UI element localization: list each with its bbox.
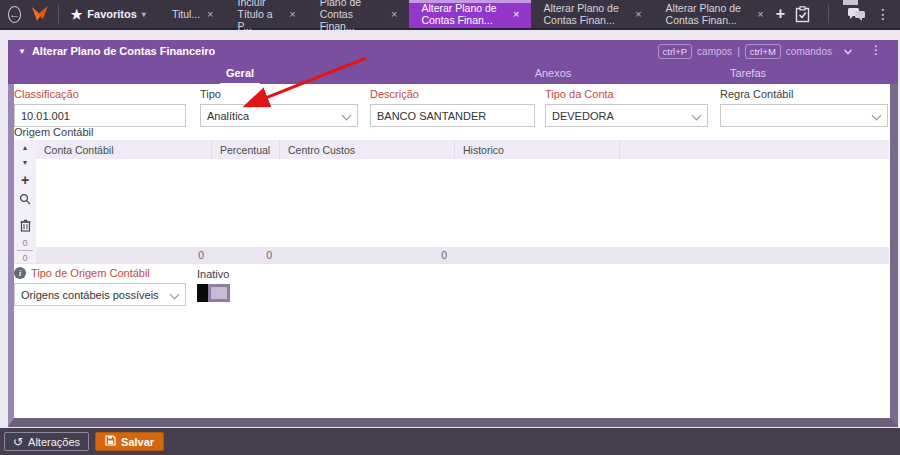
collapse-icon[interactable]: ▼ <box>18 47 26 56</box>
panel-header: ▼ Alterar Plano de Contas Financeiro ctr… <box>8 40 898 62</box>
inativo-toggle[interactable] <box>197 284 230 302</box>
tab-label: Incluir Título a P... <box>238 0 283 32</box>
tipo-origem-contabil-select[interactable]: Origens contábeis possíveis <box>14 283 186 306</box>
tab-incluir-titulo[interactable]: Incluir Título a P... × <box>226 0 308 28</box>
toggle-off-segment <box>197 284 208 302</box>
field-classificacao: Classificação 10.01.001 <box>14 88 186 127</box>
grid-totals-row: 0 0 0 <box>36 247 889 263</box>
row-counter: 0 0 <box>14 238 36 263</box>
close-icon[interactable]: × <box>289 9 295 20</box>
field-regra-contabil: Regra Contábil <box>720 88 888 127</box>
tab-tarefas[interactable]: Tarefas <box>724 65 772 83</box>
tipo-label: Tipo <box>200 88 358 100</box>
grid-main: Conta Contábil Percentual Centro Custos … <box>36 140 889 263</box>
tab-titulo[interactable]: Titul... × <box>160 0 226 28</box>
panel-title: Alterar Plano de Contas Financeiro <box>32 45 215 57</box>
column-header-percentual[interactable]: Percentual <box>212 140 280 159</box>
tab-anexos[interactable]: Anexos <box>529 65 578 83</box>
chevron-down-icon <box>342 111 351 120</box>
tab-label: Alterar Plano de Contas Finan... <box>666 2 751 26</box>
panel-body: Classificação 10.01.001 Tipo Analítica D… <box>8 84 898 427</box>
column-header-empty <box>620 140 889 159</box>
topbar-tabs: Titul... × Incluir Título a P... × Plano… <box>160 0 776 28</box>
sort-up-icon[interactable]: ▲ <box>17 143 33 152</box>
tab-alterar-plano-3[interactable]: Alterar Plano de Contas Finan... × <box>654 0 776 28</box>
ctrl-m-badge: ctrl+M <box>745 44 781 59</box>
tab-plano-contas[interactable]: Plano de Contas Finan... × <box>308 0 410 28</box>
main-panel: ▼ Alterar Plano de Contas Financeiro ctr… <box>8 40 898 427</box>
back-button[interactable]: ← <box>8 6 21 23</box>
column-header-conta-contabil[interactable]: Conta Contábil <box>36 140 212 159</box>
app-screen: ← ★ Favoritos ▾ Titul... × Incluir Títul… <box>0 0 900 455</box>
window-fragment <box>843 0 858 5</box>
regra-contabil-select[interactable] <box>720 104 888 127</box>
panel-kebab-icon[interactable]: ⋮ <box>870 43 882 57</box>
counter-top: 0 <box>14 238 36 248</box>
chat-icon[interactable] <box>847 7 866 22</box>
kebab-menu-icon[interactable]: ⋮ <box>876 6 890 22</box>
field-descricao: Descrição BANCO SANTANDER <box>370 88 535 127</box>
panel-chevron-down-icon[interactable] <box>842 44 854 62</box>
tipo-origem-contabil-value: Origens contábeis possíveis <box>21 289 159 301</box>
toggle-track <box>208 284 230 302</box>
search-icon[interactable] <box>17 193 33 205</box>
footer-bar: ↺ Alterações Salvar <box>0 428 900 455</box>
back-arrow-icon: ← <box>9 8 20 20</box>
classificacao-value: 10.01.001 <box>21 110 70 122</box>
inativo-label: Inativo <box>197 268 229 280</box>
total-percentual: 0 <box>212 249 280 261</box>
descricao-input[interactable]: BANCO SANTANDER <box>370 104 535 127</box>
new-tab-icon[interactable]: + <box>776 6 785 22</box>
salvar-button[interactable]: Salvar <box>95 432 164 451</box>
descricao-label: Descrição <box>370 88 535 100</box>
column-header-centro-custos[interactable]: Centro Custos <box>280 140 455 159</box>
tipo-origem-contabil-label: Tipo de Origem Contábil <box>31 267 150 279</box>
classificacao-input[interactable]: 10.01.001 <box>14 104 186 127</box>
close-icon[interactable]: × <box>391 9 397 20</box>
tipo-da-conta-select[interactable]: DEVEDORA <box>545 104 708 127</box>
field-tipo: Tipo Analítica <box>200 88 358 127</box>
grid-body-empty[interactable] <box>36 159 889 247</box>
shortcut-separator: | <box>737 46 740 57</box>
tab-label: Titul... <box>172 8 200 20</box>
ctrl-p-badge: ctrl+P <box>658 44 693 59</box>
chevron-down-icon: ▾ <box>142 10 146 19</box>
field-tipo-da-conta: Tipo da Conta DEVEDORA <box>545 88 708 127</box>
tipo-da-conta-value: DEVEDORA <box>552 110 614 122</box>
counter-bottom: 0 <box>14 253 36 263</box>
alteracoes-label: Alterações <box>28 436 80 448</box>
grid-toolbar: ▲ ▼ + 0 0 <box>14 140 36 263</box>
chevron-down-icon <box>692 111 701 120</box>
info-icon[interactable]: i <box>14 267 26 279</box>
tipo-value: Analítica <box>207 110 249 122</box>
topbar-actions: + ⋮ <box>776 5 900 23</box>
close-icon[interactable]: × <box>757 9 763 20</box>
total-centro-custos: 0 <box>280 249 455 261</box>
sort-down-icon[interactable]: ▼ <box>17 158 33 167</box>
topbar-divider <box>828 5 829 23</box>
add-row-icon[interactable]: + <box>17 173 33 187</box>
panel-tabs: Geral Anexos Tarefas <box>8 62 898 84</box>
close-icon[interactable]: × <box>513 9 519 20</box>
close-icon[interactable]: × <box>635 9 641 20</box>
comandos-label: comandos <box>786 46 832 57</box>
column-header-historico[interactable]: Historico <box>455 140 620 159</box>
save-disk-icon <box>105 435 116 448</box>
favorites-menu[interactable]: ★ Favoritos ▾ <box>67 7 150 22</box>
grid-header-row: Conta Contábil Percentual Centro Custos … <box>36 140 889 159</box>
close-icon[interactable]: × <box>207 9 213 20</box>
tab-geral[interactable]: Geral <box>220 65 260 85</box>
tipo-select[interactable]: Analítica <box>200 104 358 127</box>
tab-alterar-plano-active[interactable]: Alterar Plano de Contas Finan... × <box>409 0 531 28</box>
clipboard-check-icon[interactable] <box>795 6 810 23</box>
tab-alterar-plano-2[interactable]: Alterar Plano de Contas Finan... × <box>531 0 653 28</box>
app-logo-icon[interactable] <box>30 5 50 23</box>
total-conta-contabil: 0 <box>36 249 212 261</box>
tipo-origem-contabil-label-row: i Tipo de Origem Contábil <box>14 267 150 279</box>
tab-label: Alterar Plano de Contas Finan... <box>421 2 506 26</box>
chevron-down-icon <box>872 111 881 120</box>
trash-icon[interactable] <box>17 219 33 232</box>
alteracoes-button[interactable]: ↺ Alterações <box>4 432 89 451</box>
topbar: ← ★ Favoritos ▾ Titul... × Incluir Títul… <box>0 0 900 30</box>
regra-contabil-label: Regra Contábil <box>720 88 888 100</box>
